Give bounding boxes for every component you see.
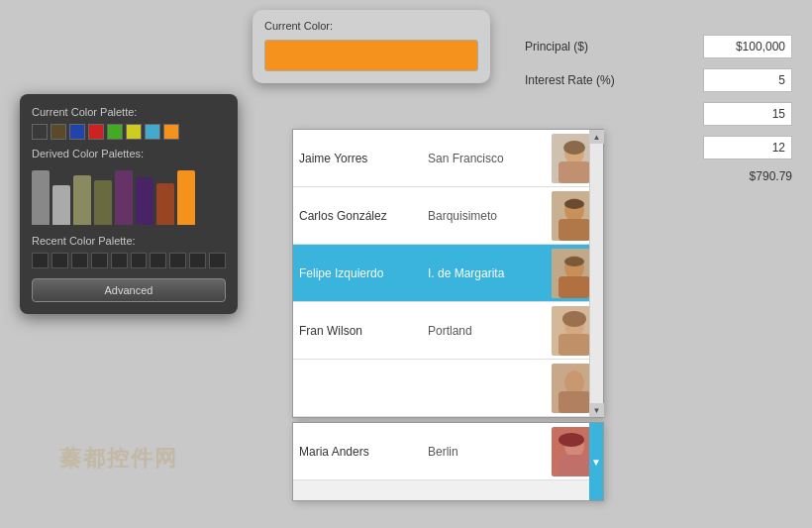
person-city: Barquisimeto [428, 209, 497, 223]
current-swatch[interactable] [126, 124, 142, 140]
derived-bars [32, 165, 226, 225]
current-swatch[interactable] [107, 124, 123, 140]
person-city: Berlin [428, 445, 458, 459]
recent-swatch[interactable] [189, 253, 206, 268]
person-row[interactable]: Maria AndersBerlin [293, 423, 603, 480]
advanced-button[interactable]: Advanced [32, 278, 226, 302]
people-list-inner: Jaime YorresSan FranciscoCarlos González… [293, 130, 603, 417]
color-picker-panel: Current Color Palette: Derived Color Pal… [20, 94, 238, 314]
recent-swatch[interactable] [169, 253, 186, 268]
derived-bar[interactable] [73, 175, 91, 225]
recent-swatches [32, 253, 226, 268]
field3-input[interactable] [703, 102, 792, 126]
recent-swatch[interactable] [71, 253, 88, 268]
payment-value: $790.79 [703, 169, 792, 183]
derived-bar[interactable] [52, 185, 70, 225]
person-row[interactable]: Felipe IzquierdoI. de Margarita [293, 245, 603, 302]
recent-swatch[interactable] [32, 253, 49, 268]
people-list-bottom: Maria AndersBerlin ▼ [292, 422, 604, 501]
interest-rate-label: Interest Rate (%) [525, 73, 703, 87]
recent-swatch[interactable] [150, 253, 166, 268]
scroll-down-arrow[interactable]: ▼ [590, 403, 604, 417]
recent-swatch[interactable] [91, 253, 108, 268]
derived-palette-section: Derived Color Palettes: [32, 148, 226, 225]
recent-swatch[interactable] [131, 253, 148, 268]
principal-row: Principal ($) [525, 35, 792, 58]
recent-palette-label: Recent Color Palette: [32, 235, 226, 247]
svg-rect-17 [558, 334, 590, 356]
person-name: Jaime Yorres [299, 152, 408, 165]
person-row[interactable]: Fran WilsonPortland [293, 302, 603, 360]
svg-point-19 [562, 311, 586, 327]
people-list-container: Jaime YorresSan FranciscoCarlos González… [292, 129, 604, 418]
current-color-label: Current Color: [264, 20, 478, 32]
svg-rect-26 [558, 455, 590, 476]
principal-input[interactable] [703, 35, 792, 58]
svg-point-9 [564, 199, 584, 209]
svg-rect-12 [558, 276, 590, 298]
derived-palette-label: Derived Color Palettes: [32, 148, 226, 159]
derived-bar[interactable] [156, 183, 174, 225]
person-name: Fran Wilson [299, 324, 408, 338]
recent-swatch[interactable] [111, 253, 128, 268]
watermark: 蓁都控件网 [59, 444, 178, 474]
current-palette-label: Current Color Palette: [32, 106, 226, 118]
interest-rate-input[interactable] [703, 68, 792, 92]
recent-palette-section: Recent Color Palette: [32, 235, 226, 268]
svg-point-14 [564, 257, 584, 266]
per-year-input[interactable] [703, 136, 792, 159]
person-row[interactable]: Jaime YorresSan Francisco [293, 130, 603, 187]
person-row[interactable] [293, 360, 603, 417]
person-row[interactable]: Carlos GonzálezBarquisimeto [293, 187, 603, 245]
svg-rect-7 [558, 219, 590, 241]
scroll-up-arrow[interactable]: ▲ [590, 130, 604, 144]
people-list-scrollbar[interactable]: ▲ ▼ [589, 130, 603, 417]
person-name: Maria Anders [299, 445, 408, 459]
current-swatch[interactable] [145, 124, 160, 140]
derived-bar[interactable] [177, 170, 195, 225]
svg-point-4 [563, 141, 585, 155]
current-swatch[interactable] [51, 124, 66, 140]
svg-point-23 [565, 373, 583, 391]
recent-swatch[interactable] [51, 253, 68, 268]
current-color-bar [264, 40, 478, 71]
person-city: I. de Margarita [428, 266, 504, 280]
principal-label: Principal ($) [525, 40, 703, 53]
derived-bar[interactable] [32, 170, 50, 225]
derived-bar[interactable] [136, 177, 153, 225]
bottom-scroll-arrow[interactable]: ▼ [589, 423, 603, 500]
current-color-popup: Current Color: [253, 10, 490, 83]
derived-bar[interactable] [115, 170, 133, 225]
current-swatch[interactable] [69, 124, 85, 140]
current-swatches-row [32, 124, 226, 140]
person-city: San Francisco [428, 152, 504, 165]
person-name: Felipe Izquierdo [299, 266, 408, 280]
svg-rect-22 [558, 391, 590, 413]
interest-rate-row: Interest Rate (%) [525, 68, 792, 92]
current-swatch[interactable] [88, 124, 104, 140]
svg-rect-2 [558, 161, 590, 183]
current-swatch[interactable] [32, 124, 48, 140]
current-swatch[interactable] [163, 124, 179, 140]
person-name: Carlos González [299, 209, 408, 223]
field3-row [525, 102, 792, 126]
recent-swatch[interactable] [209, 253, 226, 268]
svg-point-28 [558, 433, 584, 447]
derived-bar[interactable] [94, 180, 112, 225]
person-city: Portland [428, 324, 472, 338]
